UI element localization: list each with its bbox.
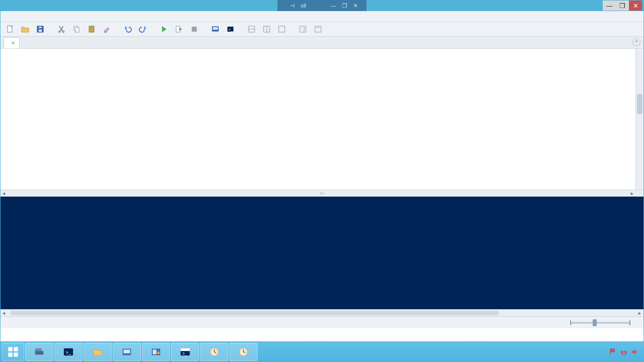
- svg-text:>_: >_: [228, 27, 233, 32]
- signal-icon: ııll: [301, 3, 306, 9]
- menu-debug[interactable]: [44, 16, 54, 18]
- svg-text:>_: >_: [66, 350, 71, 355]
- open-file-button[interactable]: [18, 23, 33, 35]
- zoom-slider[interactable]: [570, 322, 630, 324]
- system-tray: [609, 348, 642, 356]
- svg-rect-34: [124, 349, 130, 353]
- show-command-window-button[interactable]: [310, 23, 326, 35]
- outer-window-titlebar: ⊣ ııll — ❐ ✕ — ❐ ✕: [0, 0, 644, 11]
- tray-flag-icon[interactable]: [609, 348, 617, 356]
- zoom-slider-thumb[interactable]: [593, 319, 597, 326]
- svg-rect-11: [192, 27, 197, 32]
- script-editor[interactable]: ◄ ►: [1, 49, 643, 197]
- show-script-pane-max-button[interactable]: [274, 23, 289, 35]
- svg-rect-29: [35, 351, 44, 354]
- editor-code[interactable]: [37, 49, 643, 197]
- svg-rect-39: [181, 348, 190, 351]
- taskbar-app-1[interactable]: [113, 343, 141, 361]
- svg-rect-9: [91, 26, 93, 27]
- svg-rect-43: [621, 351, 623, 353]
- paste-button[interactable]: [84, 23, 99, 35]
- taskbar-clock-1[interactable]: [200, 343, 228, 361]
- copy-button[interactable]: [69, 23, 84, 35]
- editor-scrollbar-horizontal[interactable]: ◄ ►: [1, 190, 643, 197]
- menu-addons[interactable]: [54, 16, 64, 18]
- editor-scrollbar-vertical[interactable]: [635, 49, 643, 190]
- save-button[interactable]: [33, 23, 48, 35]
- tray-volume-icon[interactable]: [631, 348, 639, 356]
- inner-minimize-button[interactable]: —: [329, 2, 339, 10]
- svg-rect-2: [39, 30, 42, 32]
- menu-tools[interactable]: [34, 16, 44, 18]
- taskbar-clock-2[interactable]: [229, 343, 258, 361]
- start-button[interactable]: [2, 343, 24, 361]
- new-remote-tab-button[interactable]: [208, 23, 223, 35]
- run-script-button[interactable]: [156, 23, 172, 35]
- start-powershell-button[interactable]: >_: [223, 23, 238, 35]
- svg-rect-30: [35, 348, 42, 351]
- menu-bar: [1, 11, 643, 22]
- scroll-left-icon[interactable]: ◄: [2, 311, 6, 316]
- stop-button[interactable]: [187, 23, 202, 35]
- menu-file[interactable]: [4, 16, 14, 18]
- editor-gutter: [1, 49, 37, 197]
- outer-minimize-button[interactable]: —: [603, 1, 616, 11]
- scroll-right-icon[interactable]: ►: [630, 191, 634, 196]
- outer-close-button[interactable]: ✕: [629, 1, 642, 11]
- taskbar-server-manager[interactable]: [25, 343, 53, 361]
- console-pane[interactable]: [1, 197, 643, 309]
- svg-rect-36: [153, 349, 156, 354]
- svg-rect-27: [8, 352, 12, 356]
- editor-tab[interactable]: ✕: [4, 37, 20, 48]
- outer-maximize-button[interactable]: ❐: [616, 1, 629, 11]
- menu-view[interactable]: [24, 16, 34, 18]
- taskbar-powershell[interactable]: >_: [54, 343, 83, 361]
- svg-rect-0: [8, 26, 12, 32]
- svg-rect-26: [14, 347, 18, 351]
- svg-text:>_: >_: [183, 351, 188, 356]
- editor-tabstrip: ✕ ^: [1, 37, 643, 49]
- close-tab-icon[interactable]: ✕: [11, 40, 15, 46]
- powershell-ise-window: >_ ✕ ^ ◄ ► ◄ ►: [0, 11, 644, 342]
- outer-window-controls: — ❐ ✕: [603, 1, 642, 11]
- svg-rect-24: [315, 26, 321, 28]
- scroll-right-icon[interactable]: ►: [637, 311, 642, 316]
- menu-help[interactable]: [64, 16, 74, 18]
- windows-taskbar: >_ >_: [0, 342, 644, 362]
- cut-button[interactable]: [54, 23, 69, 35]
- inner-close-button[interactable]: ✕: [351, 2, 361, 10]
- svg-rect-44: [624, 351, 627, 353]
- run-selection-button[interactable]: [172, 23, 187, 35]
- scrollbar-thumb[interactable]: [11, 311, 499, 315]
- svg-rect-20: [279, 26, 285, 32]
- svg-rect-7: [75, 28, 79, 32]
- taskbar-explorer[interactable]: [84, 343, 112, 361]
- svg-rect-25: [8, 347, 12, 351]
- pin-icon[interactable]: ⊣: [290, 3, 295, 9]
- menu-edit[interactable]: [14, 16, 24, 18]
- show-script-pane-top-button[interactable]: [244, 23, 259, 35]
- clear-button[interactable]: [99, 23, 114, 35]
- tray-network-icon[interactable]: [620, 348, 628, 356]
- svg-rect-13: [213, 27, 218, 30]
- undo-button[interactable]: [120, 23, 135, 35]
- collapse-pane-icon[interactable]: ^: [632, 38, 640, 46]
- vm-connection-title: ⊣ ııll — ❐ ✕: [278, 0, 367, 11]
- scroll-left-icon[interactable]: ◄: [2, 191, 6, 196]
- scrollbar-thumb[interactable]: [637, 94, 642, 114]
- taskbar-powershell-ise[interactable]: >_: [171, 343, 199, 361]
- console-scrollbar-horizontal[interactable]: ◄ ►: [1, 309, 643, 316]
- inner-restore-button[interactable]: ❐: [340, 2, 350, 10]
- svg-rect-28: [14, 352, 18, 356]
- show-command-addon-button[interactable]: [295, 23, 310, 35]
- toolbar: >_: [1, 22, 643, 37]
- status-bar: [1, 316, 643, 328]
- taskbar-app-2[interactable]: [142, 343, 170, 361]
- redo-button[interactable]: [135, 23, 150, 35]
- svg-rect-22: [303, 26, 306, 32]
- new-file-button[interactable]: [3, 23, 18, 35]
- show-script-pane-right-button[interactable]: [259, 23, 274, 35]
- svg-rect-3: [39, 27, 42, 28]
- svg-point-37: [157, 351, 160, 354]
